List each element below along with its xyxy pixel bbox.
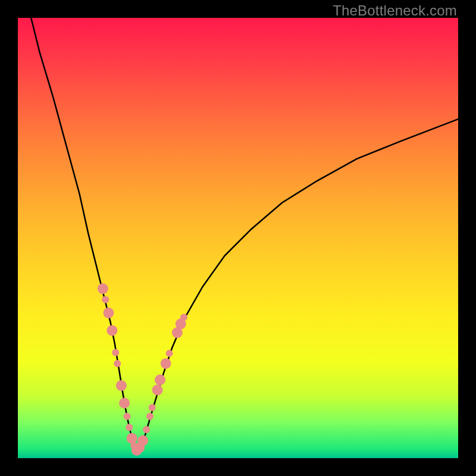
- chart-marker: [161, 358, 171, 369]
- chart-marker: [180, 314, 187, 321]
- chart-marker: [103, 308, 114, 318]
- chart-markers: [98, 283, 187, 456]
- chart-marker: [146, 413, 154, 420]
- chart-plot-area: [18, 18, 458, 458]
- chart-marker: [119, 398, 130, 409]
- chart-marker: [126, 424, 133, 431]
- chart-svg: [18, 18, 458, 458]
- chart-marker: [107, 325, 117, 336]
- chart-marker: [152, 384, 163, 395]
- chart-marker: [143, 426, 150, 433]
- chart-marker: [98, 283, 108, 294]
- chart-marker: [149, 404, 156, 411]
- chart-marker: [116, 380, 127, 391]
- chart-marker: [137, 435, 148, 446]
- chart-frame: TheBottleneck.com: [0, 0, 476, 476]
- chart-marker: [124, 413, 131, 420]
- watermark-text: TheBottleneck.com: [333, 2, 457, 19]
- chart-marker: [127, 433, 137, 444]
- chart-marker: [114, 360, 121, 367]
- chart-marker: [166, 350, 173, 357]
- curve-right-branch: [137, 119, 458, 450]
- chart-marker: [112, 349, 119, 356]
- chart-marker: [155, 374, 165, 385]
- chart-marker: [102, 296, 109, 303]
